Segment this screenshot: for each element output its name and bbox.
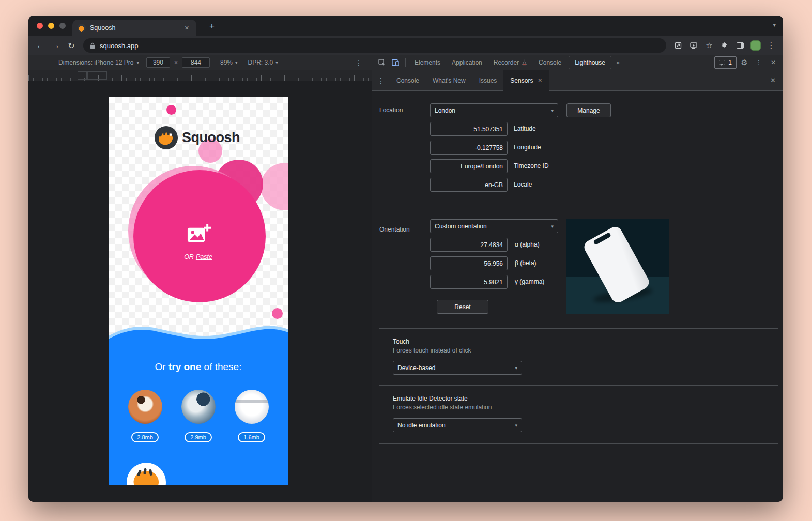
squoosh-logo-icon [154, 126, 178, 150]
drawer-tab-whats-new[interactable]: What's New [426, 70, 472, 91]
more-tabs-icon[interactable]: » [613, 58, 623, 66]
device-toolbar-menu-icon[interactable]: ⋮ [355, 58, 362, 67]
browser-window: Squoosh ✕ + ▾ ← → ↻ squoosh.app ☆ [28, 16, 783, 502]
devtools-close-icon[interactable]: ✕ [767, 56, 780, 69]
zoom-value: 89% [220, 59, 233, 66]
or-text: OR [184, 253, 194, 260]
close-window-button[interactable] [37, 23, 43, 29]
file-size-badge: 2.8mb [131, 432, 159, 442]
tab-elements[interactable]: Elements [409, 55, 446, 70]
beta-input[interactable] [430, 256, 508, 270]
horizontal-ruler [28, 70, 372, 81]
squoosh-favicon-icon [78, 24, 86, 32]
touch-title: Touch [393, 338, 409, 345]
back-button[interactable]: ← [33, 38, 48, 53]
open-in-new-icon[interactable] [670, 38, 686, 53]
longitude-input[interactable] [430, 141, 508, 155]
alpha-input[interactable] [430, 238, 508, 252]
tab-application[interactable]: Application [446, 55, 488, 70]
reload-button[interactable]: ↻ [64, 38, 79, 53]
or-paste-line: ORPaste [109, 253, 288, 260]
tab-lighthouse[interactable]: Lighthouse [569, 56, 611, 69]
pink-dot-decoration [166, 105, 176, 115]
sample-image-panda[interactable]: 2.8mb [128, 390, 162, 442]
drawer-tab-sensors[interactable]: Sensors ✕ [503, 70, 548, 91]
orientation-label: Orientation [379, 226, 410, 233]
location-select[interactable]: London ▾ [430, 103, 558, 117]
tab-console[interactable]: Console [533, 55, 567, 70]
ruler-corner [78, 71, 87, 80]
locale-label: Locale [514, 181, 532, 188]
devtools-pane: Elements Application Recorder Console Li… [372, 55, 783, 502]
alpha-label: α (alpha) [515, 241, 540, 248]
device-emulation-pane: Dimensions: iPhone 12 Pro ▾ × 89% ▾ DPR:… [28, 55, 372, 502]
timezone-label: Timezone ID [514, 162, 549, 170]
toolbar-separator [405, 58, 406, 67]
dpr-dropdown[interactable]: DPR: 3.0 ▾ [248, 59, 278, 66]
chevron-down-icon: ▾ [515, 423, 517, 428]
browser-menu-icon[interactable]: ⋮ [763, 38, 779, 53]
close-drawer-icon[interactable]: ✕ [770, 76, 783, 84]
zoom-dropdown[interactable]: 89% ▾ [220, 59, 238, 66]
viewport-width-input[interactable] [146, 57, 170, 68]
touch-select[interactable]: Device-based ▾ [393, 361, 522, 375]
image-upload-button[interactable] [186, 222, 211, 249]
devtools-settings-gear-icon[interactable]: ⚙ [738, 56, 751, 69]
issues-counter-button[interactable]: 1 [714, 56, 737, 69]
device-toolbar-toggle-icon[interactable] [389, 56, 402, 69]
idle-title: Emulate Idle Detector state [393, 395, 468, 402]
forward-button[interactable]: → [48, 38, 64, 53]
sample-image-dog-wash[interactable]: 2.9mb [181, 390, 216, 442]
tab-close-icon[interactable]: ✕ [182, 24, 191, 33]
close-sensors-tab-icon[interactable]: ✕ [538, 78, 542, 83]
gamma-input[interactable] [430, 275, 508, 289]
orientation-select[interactable]: Custom orientation ▾ [430, 219, 558, 233]
idle-select[interactable]: No idle emulation ▾ [393, 418, 522, 432]
gamma-label: γ (gamma) [515, 278, 544, 285]
longitude-label: Longitude [514, 144, 541, 151]
blue-wave-decoration [109, 325, 288, 346]
locale-input[interactable] [430, 178, 508, 192]
location-label: Location [379, 106, 403, 114]
profile-avatar[interactable] [748, 38, 763, 53]
dpr-value: DPR: 3.0 [248, 59, 273, 66]
viewport-height-input[interactable] [182, 57, 210, 68]
squoosh-logo: Squoosh [154, 126, 240, 150]
devtools-toolbar: Elements Application Recorder Console Li… [372, 55, 783, 70]
timezone-input[interactable] [430, 159, 508, 173]
url-bar[interactable]: squoosh.app [83, 38, 666, 53]
manage-button[interactable]: Manage [566, 103, 611, 117]
minimize-window-button[interactable] [48, 23, 54, 29]
chevron-down-icon: ▾ [551, 224, 554, 229]
latitude-input[interactable] [430, 122, 508, 136]
orientation-phone-preview[interactable] [566, 219, 669, 314]
browser-tab[interactable]: Squoosh ✕ [72, 20, 196, 36]
section-divider [379, 385, 778, 386]
reset-button[interactable]: Reset [437, 300, 488, 314]
drawer-tab-issues[interactable]: Issues [472, 70, 504, 91]
drawer-menu-icon[interactable]: ⋮ [372, 76, 390, 85]
drawer-tab-console[interactable]: Console [390, 70, 426, 91]
zoom-window-button[interactable] [59, 23, 66, 29]
sample-image-phone[interactable]: 1.6mb [235, 390, 269, 442]
install-app-icon[interactable] [686, 38, 701, 53]
dog-wash-photo[interactable] [181, 390, 216, 424]
paste-link[interactable]: Paste [196, 253, 212, 260]
panda-photo[interactable] [128, 390, 162, 424]
tab-recorder[interactable]: Recorder [488, 55, 533, 70]
device-dimensions-dropdown[interactable]: Dimensions: iPhone 12 Pro ▾ [58, 59, 139, 66]
phone-photo[interactable] [235, 390, 269, 424]
side-panel-icon[interactable] [732, 38, 748, 53]
section-divider [379, 328, 778, 329]
tab-title: Squoosh [90, 24, 182, 32]
chevron-down-icon: ▾ [136, 60, 139, 65]
bookmark-star-icon[interactable]: ☆ [701, 38, 717, 53]
ruler-corner [87, 71, 107, 80]
extensions-puzzle-icon[interactable] [717, 38, 732, 53]
sensors-panel: Location London ▾ Manage Latitude Longit… [372, 91, 783, 502]
tab-search-chevron-icon[interactable]: ▾ [773, 22, 776, 28]
inspect-element-icon[interactable] [375, 56, 389, 69]
devtools-menu-icon[interactable]: ⋮ [752, 56, 765, 69]
squoosh-wordmark: Squoosh [182, 130, 240, 146]
new-tab-button[interactable]: + [206, 20, 218, 33]
